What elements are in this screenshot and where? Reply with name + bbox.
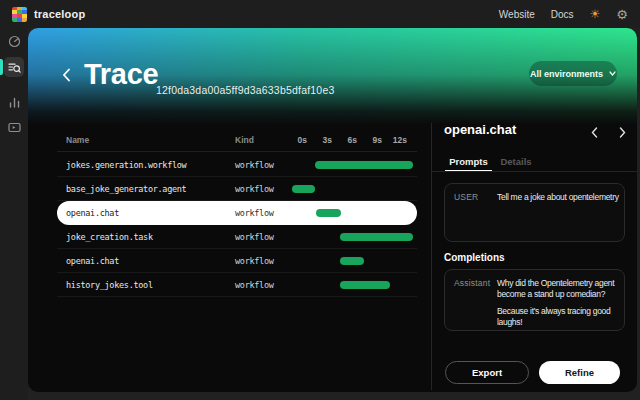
span-name: joke_creation.task — [66, 225, 153, 249]
span-timeline — [290, 153, 414, 177]
bar-chart-icon — [8, 96, 21, 109]
tabs-border — [432, 171, 637, 172]
axis-tick: 6s — [332, 128, 357, 152]
playground-icon — [8, 121, 21, 134]
completions-heading: Completions — [444, 252, 505, 263]
export-button[interactable]: Export — [445, 361, 529, 384]
completion-paragraph: Why did the Opentelemetry agent become a… — [497, 278, 621, 301]
website-link[interactable]: Website — [499, 9, 535, 20]
span-kind: workflow — [235, 225, 274, 249]
prompt-role: USER — [454, 192, 478, 202]
brand[interactable]: traceloop — [12, 7, 85, 22]
table-header: Name Kind 0s 3s 6s 9s 12s — [57, 128, 417, 152]
top-bar: traceloop Website Docs ☀ ⚙ — [0, 0, 640, 28]
span-timeline — [290, 273, 414, 297]
docs-link[interactable]: Docs — [551, 9, 574, 20]
back-button[interactable] — [58, 66, 74, 84]
axis-tick: 9s — [357, 128, 382, 152]
span-timeline — [290, 177, 414, 201]
chevron-down-icon — [609, 71, 616, 76]
tab-details[interactable]: Details — [496, 152, 536, 172]
span-duration-bar — [315, 161, 413, 169]
span-row-selected[interactable]: openai.chat workflow — [57, 201, 417, 225]
span-row[interactable]: openai.chat workflow — [57, 249, 417, 273]
span-duration-bar — [340, 281, 390, 289]
refine-button[interactable]: Refine — [539, 361, 620, 384]
span-timeline — [290, 201, 414, 225]
sidebar-item-dashboard[interactable] — [4, 31, 24, 51]
prompt-card: USER Tell me a joke about opentelemetry — [444, 183, 625, 242]
span-timeline — [290, 225, 414, 249]
next-span-button[interactable] — [614, 124, 630, 140]
prev-span-button[interactable] — [586, 124, 602, 140]
span-timeline — [290, 249, 414, 273]
chevron-left-icon — [62, 68, 71, 82]
span-kind: workflow — [235, 273, 274, 297]
sidebar-rail — [0, 28, 28, 400]
span-name: base_joke_generator.agent — [66, 177, 186, 201]
active-item-indicator — [0, 59, 3, 75]
axis-tick: 3s — [307, 128, 332, 152]
tab-prompts[interactable]: Prompts — [445, 152, 492, 172]
brand-name: traceloop — [34, 8, 85, 20]
sidebar-item-playground[interactable] — [4, 117, 24, 137]
prompt-text: Tell me a joke about opentelemetry — [497, 192, 621, 203]
completion-text: Why did the Opentelemetry agent become a… — [497, 278, 621, 329]
span-kind: workflow — [235, 153, 274, 177]
trace-id: 12f0da3da00a5ff9d3a633b5dfaf10e3 — [156, 84, 334, 96]
span-duration-bar — [340, 257, 364, 265]
completion-role: Assistant — [454, 278, 490, 288]
column-header-name: Name — [66, 128, 89, 152]
chevron-left-icon — [591, 127, 598, 138]
sidebar-item-traces[interactable] — [4, 57, 24, 77]
span-duration-bar — [316, 209, 341, 217]
span-name: openai.chat — [66, 201, 119, 225]
environment-selector[interactable]: All environments — [529, 61, 617, 86]
span-row[interactable]: jokes.generation.workflow workflow — [57, 153, 417, 177]
sun-icon[interactable]: ☀ — [590, 8, 601, 20]
completion-paragraph: Because it's always tracing good laughs! — [497, 306, 621, 329]
column-header-kind: Kind — [235, 128, 254, 152]
span-row[interactable]: history_jokes.tool workflow — [57, 273, 417, 297]
environment-selector-label: All environments — [530, 69, 603, 79]
timeline-axis: 0s 3s 6s 9s 12s — [290, 128, 414, 152]
span-duration-bar — [340, 233, 413, 241]
span-name: history_jokes.tool — [66, 273, 153, 297]
completion-card: Assistant Why did the Opentelemetry agen… — [444, 269, 625, 331]
sidebar-item-analytics[interactable] — [4, 92, 24, 112]
page-title: Trace — [84, 58, 158, 91]
gauge-icon — [8, 35, 21, 48]
span-row[interactable]: base_joke_generator.agent workflow — [57, 177, 417, 201]
panel-title: openai.chat — [444, 122, 516, 137]
span-kind: workflow — [235, 201, 274, 225]
panel-divider — [431, 123, 432, 390]
span-name: openai.chat — [66, 249, 119, 273]
span-row[interactable]: joke_creation.task workflow — [57, 225, 417, 249]
axis-tick: 12s — [382, 128, 407, 152]
axis-tick: 0s — [282, 128, 307, 152]
span-kind: workflow — [235, 177, 274, 201]
gear-icon[interactable]: ⚙ — [616, 8, 628, 21]
main-card: Trace 12f0da3da00a5ff9d3a633b5dfaf10e3 A… — [28, 28, 637, 392]
span-kind: workflow — [235, 249, 274, 273]
traceloop-logo-icon — [12, 7, 27, 22]
chevron-right-icon — [619, 127, 626, 138]
span-name: jokes.generation.workflow — [66, 153, 186, 177]
span-duration-bar — [292, 185, 315, 193]
trace-search-icon — [8, 61, 21, 74]
